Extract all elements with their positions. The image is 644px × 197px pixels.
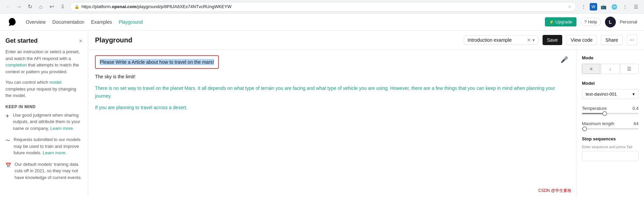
sidebar-description: Enter an instruction or select a preset,… <box>5 48 82 75</box>
max-length-section: Maximum length 64 <box>582 121 639 130</box>
upgrade-label: Upgrade <box>555 19 572 24</box>
complete-icon: ≡ <box>590 66 592 72</box>
sidebar-desc-text4: completes your request by changing the m… <box>5 86 76 98</box>
content-area: Playground Introduction example ✕ ▾ Save… <box>88 31 644 197</box>
nav-overview[interactable]: Overview <box>26 19 45 25</box>
sidebar-desc-text3: You can control which <box>5 80 50 85</box>
reload-button[interactable]: ↻ <box>25 2 35 12</box>
more-button[interactable]: ⋮ <box>620 2 630 12</box>
openai-logo-icon <box>7 17 17 27</box>
sidebar-item-2: 〜 Requests submitted to our models may b… <box>5 136 82 156</box>
sidebar-item-1-link[interactable]: Learn more. <box>50 126 74 131</box>
model-select[interactable]: text-davinci-001 ▾ <box>582 89 639 99</box>
sidebar-item-1-text: Use good judgment when sharing outputs, … <box>13 112 82 132</box>
temperature-slider[interactable] <box>582 113 639 114</box>
example-selector[interactable]: Introduction example ✕ ▾ <box>464 35 538 45</box>
temperature-track <box>582 113 639 114</box>
model-value: text-davinci-001 <box>586 92 617 97</box>
microphone-button[interactable]: 🎤 <box>561 56 568 63</box>
domain-bold: openai.com <box>112 4 136 9</box>
prompt-text: Please Write a Article about how to trav… <box>100 59 214 65</box>
temperature-section: Temperature 0.4 <box>582 106 639 114</box>
sidebar-item-3: 📅 Our default models' training data cuts… <box>5 161 82 181</box>
insert-icon: ↓ <box>609 66 611 72</box>
calendar-icon: 📅 <box>5 162 11 181</box>
help-button[interactable]: ? Help <box>581 18 601 26</box>
sidebar-close-button[interactable]: × <box>79 38 82 44</box>
response-text-2: There is no set way to travel on the pla… <box>95 84 569 100</box>
more-options-button[interactable]: ··· <box>627 35 637 45</box>
response-text-3: If you are planning to travel across a d… <box>95 104 569 111</box>
nav-documentation[interactable]: Documentation <box>52 19 84 25</box>
sidebar-completion-link[interactable]: completion <box>5 62 27 67</box>
editor-area[interactable]: 🎤 Please Write a Article about how to tr… <box>88 50 576 197</box>
sidebar-header: Get started × <box>5 37 82 44</box>
sidebar-item-2-link[interactable]: Learn more. <box>43 150 67 155</box>
mode-complete-button[interactable]: ≡ <box>582 64 600 74</box>
sidebar-model-link[interactable]: model <box>50 80 61 85</box>
right-panel: Mode ≡ ↓ ☰ Model <box>576 50 644 197</box>
star-icon: ☆ <box>568 4 572 9</box>
nav-right: ⚡ Upgrade ? Help L Personal <box>545 17 637 27</box>
address-url: https://platform.openai.com/playground/p… <box>81 4 566 9</box>
nav-links: Overview Documentation Examples Playgrou… <box>26 19 537 25</box>
response-text-1: The sky is the limit! <box>95 73 569 80</box>
sidebar-desc-text1: Enter an instruction or select a preset,… <box>5 49 80 61</box>
send-icon: ✈ <box>5 113 10 132</box>
stop-sequences-input[interactable] <box>582 151 639 161</box>
back-button[interactable]: ← <box>3 2 13 12</box>
share-button[interactable]: Share <box>601 35 622 45</box>
avatar[interactable]: L <box>605 17 616 27</box>
playground-body: 🎤 Please Write a Article about how to tr… <box>88 50 644 197</box>
example-selector-text: Introduction example <box>468 37 524 43</box>
browser-actions: ⋮ W 📺 🌐 ⋮ ☰ <box>579 2 641 12</box>
extensions-button[interactable]: ⋮ <box>579 2 588 12</box>
temperature-thumb[interactable] <box>602 111 607 116</box>
home-button[interactable]: ⌂ <box>36 2 45 12</box>
personal-label: Personal <box>620 19 637 24</box>
playground-title: Playground <box>95 36 460 44</box>
max-length-row: Maximum length 64 <box>582 121 639 126</box>
lock-icon: 🔒 <box>74 4 79 9</box>
temperature-row: Temperature 0.4 <box>582 106 639 111</box>
mode-insert-button[interactable]: ↓ <box>601 64 619 74</box>
menu-button[interactable]: ☰ <box>631 2 641 12</box>
sidebar-item-1: ✈ Use good judgment when sharing outputs… <box>5 112 82 132</box>
max-length-slider[interactable] <box>582 128 639 130</box>
help-label: Help <box>588 19 597 24</box>
stop-sequences-hint: Enter sequence and press Tab <box>582 145 639 149</box>
sidebar-item-3-text: Our default models' training data cuts o… <box>15 161 82 181</box>
browser-chrome: ← → ↻ ⌂ ↩ ⇩ 🔒 https://platform.openai.co… <box>0 0 644 14</box>
nav-examples[interactable]: Examples <box>91 19 112 25</box>
sidebar-item-2-text: Requests submitted to our models may be … <box>14 136 82 156</box>
address-bar[interactable]: 🔒 https://platform.openai.com/playground… <box>70 2 576 12</box>
upgrade-button[interactable]: ⚡ Upgrade <box>545 17 576 26</box>
cast-button[interactable]: 📺 <box>599 2 608 12</box>
clear-icon: ✕ <box>527 37 531 43</box>
view-code-button[interactable]: View code <box>566 35 597 45</box>
model-label: Model <box>582 81 639 86</box>
max-length-label: Maximum length <box>582 121 614 126</box>
download-button[interactable]: ⇩ <box>58 2 67 12</box>
chevron-down-icon: ▾ <box>532 37 535 43</box>
forward-button[interactable]: → <box>14 2 24 12</box>
max-length-thumb[interactable] <box>582 126 587 131</box>
max-length-track <box>582 128 639 130</box>
edit-icon: ☰ <box>627 66 631 72</box>
nav-playground[interactable]: Playground <box>119 19 143 25</box>
activity-icon: 〜 <box>5 137 10 156</box>
back2-button[interactable]: ↩ <box>47 2 56 12</box>
stop-sequences-section: Stop sequences Enter sequence and press … <box>582 136 639 161</box>
stop-sequences-label: Stop sequences <box>582 136 639 141</box>
main-layout: Get started × Enter an instruction or se… <box>0 31 644 197</box>
prompt-box: Please Write a Article about how to trav… <box>95 55 219 69</box>
logo <box>7 17 18 27</box>
translate-button[interactable]: 🌐 <box>609 2 619 12</box>
mode-edit-button[interactable]: ☰ <box>620 64 639 74</box>
temperature-label: Temperature <box>582 106 607 111</box>
save-button[interactable]: Save <box>543 35 562 45</box>
profile-button[interactable]: W <box>590 3 597 11</box>
mode-section: Mode ≡ ↓ ☰ <box>582 55 639 74</box>
temperature-fill <box>582 113 605 114</box>
max-length-value: 64 <box>634 121 639 126</box>
